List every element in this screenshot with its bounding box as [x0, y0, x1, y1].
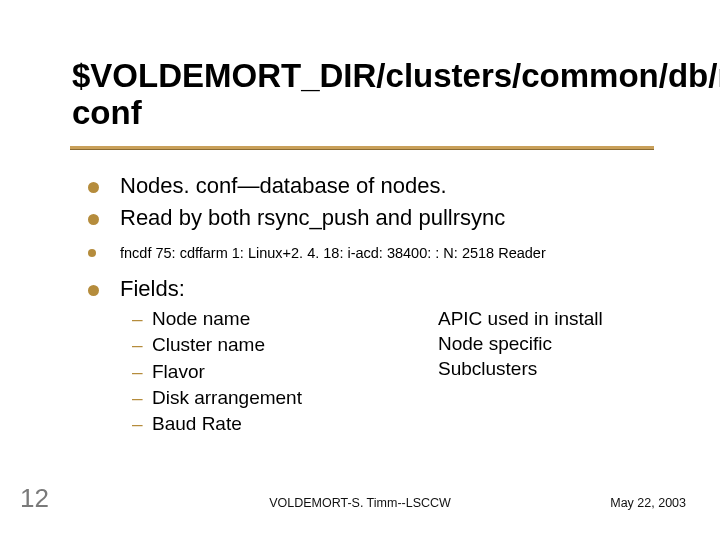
- bullet-icon: [88, 182, 99, 193]
- title-underline: [70, 146, 654, 149]
- bullet-item: Nodes. conf—database of nodes.: [88, 172, 648, 200]
- footer-date: May 22, 2003: [610, 496, 686, 510]
- sub-bullet-item: Baud Rate: [88, 412, 648, 436]
- bullet-text: Read by both rsync_push and pullrsync: [120, 205, 505, 230]
- bullet-item: Read by both rsync_push and pullrsync: [88, 204, 648, 232]
- right-col-text: Node specific: [438, 331, 603, 356]
- right-col-text: Subclusters: [438, 356, 603, 381]
- slide-title: $VOLDEMORT_DIR/clusters/common/db/nodes.…: [72, 58, 672, 132]
- sub-bullet-text: Node name: [152, 308, 250, 329]
- sub-bullet-text: Cluster name: [152, 334, 265, 355]
- bullet-icon: [88, 214, 99, 225]
- right-column: APIC used in install Node specific Subcl…: [438, 306, 603, 381]
- bullet-item: Fields:: [88, 275, 648, 303]
- bullet-item: fncdf 75: cdffarm 1: Linux+2. 4. 18: i-a…: [88, 244, 648, 263]
- slide-body: Nodes. conf—database of nodes. Read by b…: [88, 172, 648, 437]
- sub-bullet-text: Flavor: [152, 361, 205, 382]
- bullet-text: Nodes. conf—database of nodes.: [120, 173, 447, 198]
- bullet-text: fncdf 75: cdffarm 1: Linux+2. 4. 18: i-a…: [120, 245, 546, 261]
- bullet-text: Fields:: [120, 276, 185, 301]
- sub-bullet-text: Disk arrangement: [152, 387, 302, 408]
- sub-bullet-text: Baud Rate: [152, 413, 242, 434]
- slide: { "title": "$VOLDEMORT_DIR/clusters/comm…: [0, 0, 720, 540]
- bullet-icon: [88, 285, 99, 296]
- right-col-text: APIC used in install: [438, 306, 603, 331]
- bullet-icon: [88, 249, 96, 257]
- sub-bullet-item: Disk arrangement: [88, 386, 648, 410]
